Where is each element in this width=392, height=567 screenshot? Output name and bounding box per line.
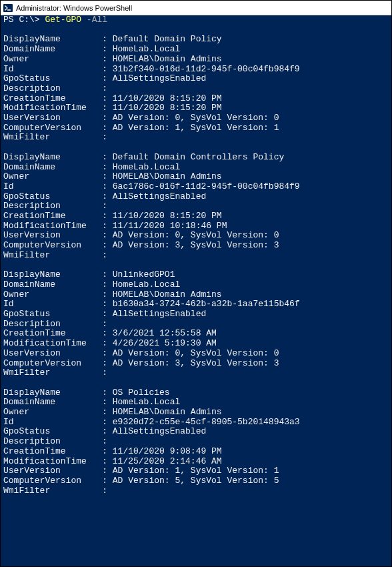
cmdlet-param: -All xyxy=(81,15,107,25)
field-separator: : xyxy=(97,418,112,428)
field-key: Id xyxy=(3,65,97,75)
field-separator: : xyxy=(97,172,112,182)
field-key: Description xyxy=(3,437,97,447)
field-separator: : xyxy=(97,447,112,457)
powershell-icon xyxy=(3,3,13,13)
field-key: UserVersion xyxy=(3,231,97,241)
field-value: UnlinkedGPO1 xyxy=(113,269,175,279)
prompt-ps: PS xyxy=(3,15,19,25)
field-value: AD Version: 3, SysVol Version: 3 xyxy=(113,358,279,368)
field-key: Id xyxy=(3,300,97,310)
field-key: CreationTime xyxy=(3,94,97,104)
field-value: HOMELAB\Domain Admins xyxy=(113,171,222,181)
field-value: AD Version: 0, SysVol Version: 0 xyxy=(113,348,279,358)
field-key: WmiFilter xyxy=(3,368,97,378)
field-value: HOMELAB\Domain Admins xyxy=(113,54,222,64)
field-value: 11/25/2020 2:14:46 AM xyxy=(113,456,222,466)
output-line: Description : xyxy=(3,84,389,94)
field-key: DisplayName xyxy=(3,153,97,163)
field-key: ComputerVersion xyxy=(3,123,97,133)
field-separator: : xyxy=(97,398,112,408)
field-key: ModificationTime xyxy=(3,339,97,349)
field-key: DomainName xyxy=(3,45,97,55)
field-separator: : xyxy=(97,280,112,290)
output-line: UserVersion : AD Version: 0, SysVol Vers… xyxy=(3,349,389,359)
terminal-content[interactable]: PS C:\> Get-GPO -AllDisplayName : Defaul… xyxy=(1,15,391,566)
field-separator: : xyxy=(97,192,112,202)
field-key: UserVersion xyxy=(3,113,97,123)
output-line: DisplayName : Default Domain Policy xyxy=(3,35,389,45)
field-key: Description xyxy=(3,84,97,94)
field-key: Owner xyxy=(3,55,97,65)
field-value: 11/10/2020 8:15:20 PM xyxy=(113,93,222,103)
field-separator: : xyxy=(97,408,112,418)
field-separator: : xyxy=(97,201,112,211)
output-line: UserVersion : AD Version: 0, SysVol Vers… xyxy=(3,231,389,241)
gpo-record: DisplayName : Default Domain PolicyDomai… xyxy=(3,35,389,143)
output-line: Owner : HOMELAB\Domain Admins xyxy=(3,408,389,418)
field-value: AllSettingsEnabled xyxy=(113,426,206,436)
field-separator: : xyxy=(97,163,112,173)
output-line: ModificationTime : 4/26/2021 5:19:30 AM xyxy=(3,339,389,349)
field-key: CreationTime xyxy=(3,447,97,457)
output-line: CreationTime : 11/10/2020 8:15:20 PM xyxy=(3,94,389,104)
field-separator: : xyxy=(97,457,112,467)
output-line: ComputerVersion : AD Version: 1, SysVol … xyxy=(3,123,389,133)
field-separator: : xyxy=(97,153,112,163)
field-key: WmiFilter xyxy=(3,251,97,261)
field-separator: : xyxy=(97,94,112,104)
field-key: WmiFilter xyxy=(3,133,97,143)
field-key: DomainName xyxy=(3,280,97,290)
gpo-record: DisplayName : OS PoliciesDomainName : Ho… xyxy=(3,388,389,496)
output-line: CreationTime : 3/6/2021 12:55:58 AM xyxy=(3,329,389,339)
output-line: DomainName : HomeLab.Local xyxy=(3,45,389,55)
field-value: Default Domain Controllers Policy xyxy=(113,152,284,162)
field-value: 11/10/2020 9:08:49 PM xyxy=(113,446,222,456)
field-value: e9320d72-c55e-45cf-8905-5b20148943a3 xyxy=(113,417,300,427)
field-value: 3/6/2021 12:55:58 AM xyxy=(113,328,217,338)
output-line: ComputerVersion : AD Version: 3, SysVol … xyxy=(3,241,389,251)
output-line: GpoStatus : AllSettingsEnabled xyxy=(3,427,389,437)
field-key: GpoStatus xyxy=(3,310,97,320)
field-separator: : xyxy=(97,368,112,378)
field-value: HomeLab.Local xyxy=(113,44,180,54)
field-value: AD Version: 1, SysVol Version: 1 xyxy=(113,466,279,476)
output-line: DisplayName : UnlinkedGPO1 xyxy=(3,270,389,280)
field-separator: : xyxy=(97,221,112,231)
svg-rect-0 xyxy=(3,4,13,12)
field-value: AD Version: 1, SysVol Version: 1 xyxy=(113,123,279,133)
output-line: DomainName : HomeLab.Local xyxy=(3,398,389,408)
window-title: Administrator: Windows PowerShell xyxy=(16,4,132,12)
gpo-record: DisplayName : UnlinkedGPO1DomainName : H… xyxy=(3,270,389,378)
field-value: HomeLab.Local xyxy=(113,397,180,407)
field-value: AD Version: 3, SysVol Version: 3 xyxy=(113,240,279,250)
output-line: DisplayName : Default Domain Controllers… xyxy=(3,153,389,163)
output-line: WmiFilter : xyxy=(3,251,389,261)
field-separator: : xyxy=(97,300,112,310)
field-separator: : xyxy=(97,339,112,349)
field-value: Default Domain Policy xyxy=(113,34,222,44)
output-line: Owner : HOMELAB\Domain Admins xyxy=(3,55,389,65)
field-separator: : xyxy=(97,65,112,75)
gpo-record: DisplayName : Default Domain Controllers… xyxy=(3,153,389,261)
field-separator: : xyxy=(97,349,112,359)
output-line: ModificationTime : 11/25/2020 2:14:46 AM xyxy=(3,457,389,467)
field-separator: : xyxy=(97,320,112,330)
window-titlebar[interactable]: Administrator: Windows PowerShell xyxy=(1,1,391,15)
output-line: ComputerVersion : AD Version: 3, SysVol … xyxy=(3,359,389,369)
field-key: CreationTime xyxy=(3,329,97,339)
field-key: GpoStatus xyxy=(3,427,97,437)
field-separator: : xyxy=(97,476,112,486)
output-line: DisplayName : OS Policies xyxy=(3,388,389,398)
field-separator: : xyxy=(97,466,112,476)
field-key: Owner xyxy=(3,290,97,300)
field-key: DisplayName xyxy=(3,270,97,280)
field-separator: : xyxy=(97,290,112,300)
field-key: ComputerVersion xyxy=(3,359,97,369)
cmdlet-name: Get-GPO xyxy=(45,15,81,25)
field-key: GpoStatus xyxy=(3,192,97,202)
output-line: DomainName : HomeLab.Local xyxy=(3,280,389,290)
field-value: AllSettingsEnabled xyxy=(113,191,206,201)
output-line: Id : 6ac1786c-016f-11d2-945f-00c04fb984f… xyxy=(3,182,389,192)
field-separator: : xyxy=(97,133,112,143)
